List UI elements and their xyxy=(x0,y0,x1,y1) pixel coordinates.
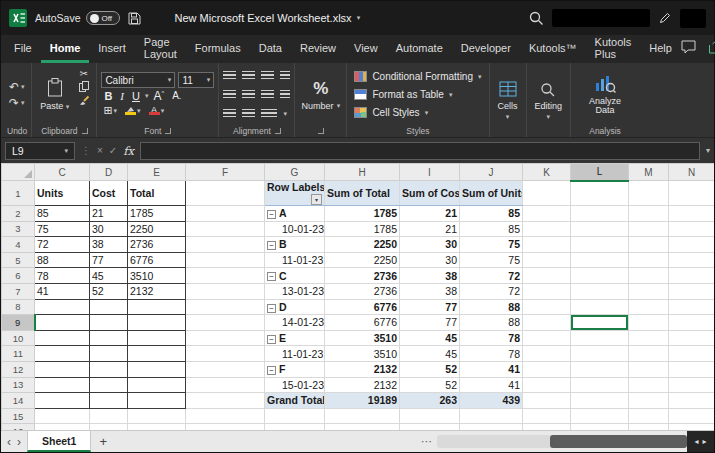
cell-M10[interactable] xyxy=(629,330,669,346)
cell-F5[interactable] xyxy=(186,252,265,268)
cell-M2[interactable] xyxy=(629,206,669,222)
cell-F8[interactable] xyxy=(186,299,265,315)
collapse-icon[interactable]: − xyxy=(267,335,276,344)
tab-help[interactable]: Help xyxy=(640,35,681,63)
row-header-12[interactable]: 12 xyxy=(2,361,35,377)
decrease-font-icon[interactable]: Aˇ xyxy=(169,90,184,103)
cell-F4[interactable] xyxy=(186,237,265,253)
cell-L11[interactable] xyxy=(571,346,629,362)
comments-icon[interactable] xyxy=(681,40,696,58)
column-header-M[interactable]: M xyxy=(629,164,669,181)
cell-C10[interactable] xyxy=(35,330,90,346)
tab-automate[interactable]: Automate xyxy=(387,35,452,63)
cell-J3[interactable]: 85 xyxy=(460,221,523,237)
cell-J1[interactable]: Sum of Units xyxy=(460,181,523,206)
cell-J13[interactable]: 41 xyxy=(460,377,523,393)
italic-button[interactable]: I xyxy=(117,90,127,102)
cell-L2[interactable] xyxy=(571,206,629,222)
row-header-13[interactable]: 13 xyxy=(2,377,35,393)
tab-kutools-[interactable]: Kutools™ xyxy=(520,35,586,63)
cell-E14[interactable] xyxy=(128,393,186,409)
percent-style-icon[interactable]: % xyxy=(313,79,328,99)
cell-K6[interactable] xyxy=(523,268,571,284)
cell-K13[interactable] xyxy=(523,377,571,393)
cell-D6[interactable]: 45 xyxy=(90,268,128,284)
cell-I1[interactable]: Sum of Cost xyxy=(400,181,460,206)
cell-H15[interactable] xyxy=(325,408,400,424)
cell-H12[interactable]: 2132 xyxy=(325,361,400,377)
cell-L3[interactable] xyxy=(571,221,629,237)
cell-K10[interactable] xyxy=(523,330,571,346)
cell-C11[interactable] xyxy=(35,346,90,362)
cell-C15[interactable] xyxy=(35,408,90,424)
borders-icon[interactable]: ⊞▾ xyxy=(101,104,119,117)
cell-F12[interactable] xyxy=(186,361,265,377)
cell-L8[interactable] xyxy=(571,299,629,315)
increase-font-icon[interactable]: A^ xyxy=(150,89,167,103)
font-size-select[interactable]: 11▾ xyxy=(178,72,214,88)
cell-L9[interactable] xyxy=(571,315,629,331)
collapse-icon[interactable]: − xyxy=(267,272,276,281)
cell-G12[interactable]: −F xyxy=(265,361,325,377)
sheet-nav-left-icon[interactable]: ‹ xyxy=(1,431,17,452)
cell-D7[interactable]: 52 xyxy=(90,283,128,299)
tab-review[interactable]: Review xyxy=(291,35,345,63)
style-button-format-as-table[interactable]: Format as Table▾ xyxy=(351,86,484,104)
cell-N3[interactable] xyxy=(669,221,715,237)
row-header-4[interactable]: 4 xyxy=(2,237,35,253)
cell-E1[interactable]: Total xyxy=(128,181,186,206)
cell-C2[interactable]: 85 xyxy=(35,206,90,222)
cell-J5[interactable]: 75 xyxy=(460,252,523,268)
cell-L7[interactable] xyxy=(571,283,629,299)
cell-F7[interactable] xyxy=(186,283,265,299)
row-header-9[interactable]: 9 xyxy=(2,315,35,331)
cell-H3[interactable]: 1785 xyxy=(325,221,400,237)
cell-I13[interactable]: 52 xyxy=(400,377,460,393)
cell-N12[interactable] xyxy=(669,361,715,377)
cell-G11[interactable]: 11-01-23 xyxy=(265,346,325,362)
cell-J14[interactable]: 439 xyxy=(460,393,523,409)
tab-file[interactable]: File xyxy=(5,35,41,63)
cell-M7[interactable] xyxy=(629,283,669,299)
cell-G6[interactable]: −C xyxy=(265,268,325,284)
cell-H7[interactable]: 2736 xyxy=(325,283,400,299)
cell-N1[interactable] xyxy=(669,181,715,206)
cell-H5[interactable]: 2250 xyxy=(325,252,400,268)
cell-I2[interactable]: 21 xyxy=(400,206,460,222)
cell-I5[interactable]: 30 xyxy=(400,252,460,268)
orientation-icon[interactable] xyxy=(280,71,290,81)
row-header-10[interactable]: 10 xyxy=(2,330,35,346)
cell-K4[interactable] xyxy=(523,237,571,253)
cell-F3[interactable] xyxy=(186,221,265,237)
autosave-control[interactable]: AutoSave Off xyxy=(35,11,120,25)
cell-G8[interactable]: −D xyxy=(265,299,325,315)
cell-G9[interactable]: 14-01-23 xyxy=(265,315,325,331)
font-color-icon[interactable]: A▾ xyxy=(147,106,167,115)
cell-E10[interactable] xyxy=(128,330,186,346)
cell-C3[interactable]: 75 xyxy=(35,221,90,237)
column-header-F[interactable]: F xyxy=(186,164,265,181)
cell-C4[interactable]: 72 xyxy=(35,237,90,253)
cell-M14[interactable] xyxy=(629,393,669,409)
collapse-icon[interactable]: − xyxy=(267,210,276,219)
row-header-2[interactable]: 2 xyxy=(2,206,35,222)
pen-icon[interactable] xyxy=(658,11,672,25)
cell-F2[interactable] xyxy=(186,206,265,222)
cell-I12[interactable]: 52 xyxy=(400,361,460,377)
cell-E6[interactable]: 3510 xyxy=(128,268,186,284)
name-box[interactable]: L9▾ xyxy=(5,142,75,160)
cell-F6[interactable] xyxy=(186,268,265,284)
cell-I6[interactable]: 38 xyxy=(400,268,460,284)
cell-E3[interactable]: 2250 xyxy=(128,221,186,237)
underline-button[interactable]: U xyxy=(129,90,143,102)
cell-J9[interactable]: 88 xyxy=(460,315,523,331)
align-left-icon[interactable] xyxy=(223,90,236,100)
column-header-D[interactable]: D xyxy=(90,164,128,181)
row-header-5[interactable]: 5 xyxy=(2,252,35,268)
cancel-icon[interactable]: × xyxy=(97,145,103,156)
cell-M5[interactable] xyxy=(629,252,669,268)
cell-F11[interactable] xyxy=(186,346,265,362)
horizontal-scrollbar-thumb[interactable] xyxy=(550,435,688,448)
cell-D5[interactable]: 77 xyxy=(90,252,128,268)
cell-K3[interactable] xyxy=(523,221,571,237)
